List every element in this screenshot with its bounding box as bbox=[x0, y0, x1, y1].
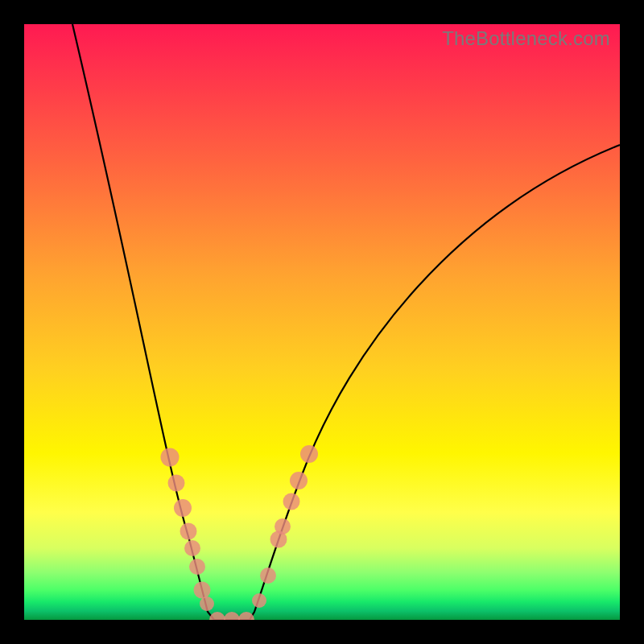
data-marker bbox=[275, 518, 291, 535]
curve-right-curve bbox=[250, 145, 620, 620]
data-marker bbox=[200, 597, 214, 611]
curve-group bbox=[72, 24, 620, 620]
data-marker bbox=[168, 475, 185, 492]
chart-svg bbox=[24, 24, 620, 620]
data-marker bbox=[209, 612, 225, 620]
data-marker bbox=[300, 445, 318, 463]
data-marker bbox=[184, 540, 200, 556]
marker-group bbox=[161, 445, 319, 620]
data-marker bbox=[290, 472, 308, 489]
data-marker bbox=[189, 559, 205, 575]
data-marker bbox=[252, 593, 266, 608]
data-marker bbox=[174, 499, 192, 517]
chart-plot-area: TheBottleneck.com bbox=[24, 24, 620, 620]
data-marker bbox=[260, 568, 276, 584]
data-marker bbox=[180, 523, 197, 540]
data-marker bbox=[238, 612, 254, 620]
data-marker bbox=[283, 493, 300, 510]
data-marker bbox=[224, 612, 240, 620]
data-marker bbox=[161, 448, 180, 467]
curve-left-curve bbox=[72, 24, 214, 620]
data-marker bbox=[270, 531, 287, 548]
watermark-text: TheBottleneck.com bbox=[442, 27, 610, 50]
data-marker bbox=[194, 582, 211, 599]
